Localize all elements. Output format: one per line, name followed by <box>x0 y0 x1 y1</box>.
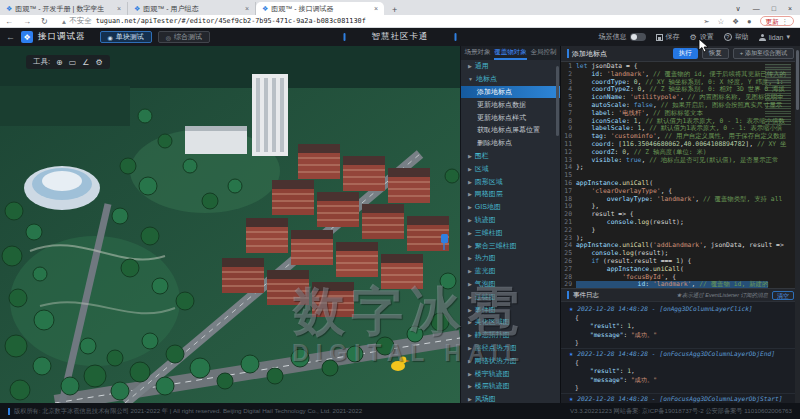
scene-info-switch[interactable] <box>630 33 646 41</box>
add-to-combined-test-button[interactable]: + 添加至综合测试 <box>733 48 794 59</box>
tree-group-item[interactable]: ▶美化区域图 <box>461 316 560 329</box>
tree-child-item[interactable]: 获取地标点屏幕位置 <box>461 124 560 137</box>
more-menu-icon[interactable]: ⋮ <box>782 17 789 26</box>
tree-arrow-icon[interactable]: ▶ <box>468 63 472 69</box>
tree-group-item[interactable]: ▶网格状热力图 <box>461 354 560 367</box>
tree-group-item[interactable]: ▶三维柱图 <box>461 226 560 239</box>
3d-viewport[interactable]: 工具: ⊕ ▭ ∠ ⚙ <box>0 46 460 403</box>
app-back-icon[interactable]: ← <box>0 32 21 42</box>
share-icon[interactable]: ➣ <box>703 17 709 26</box>
browser-tab[interactable]: ❖图观™ - 接口调试器× <box>256 2 384 15</box>
tree-arrow-icon[interactable]: ▶ <box>468 204 472 210</box>
tree-group-item[interactable]: ▶GIS地图 <box>461 201 560 214</box>
combined-test-button[interactable]: ◎ 综合测试 <box>158 31 210 43</box>
browser-menu-icon[interactable]: ∨ <box>736 5 741 13</box>
tree-group-item[interactable]: ▶静态拓扑图 <box>461 329 560 342</box>
tree-arrow-icon[interactable]: ▶ <box>468 179 472 185</box>
tree-arrow-icon[interactable]: ▶ <box>468 255 472 261</box>
url-text[interactable]: tuguan.net/apiTester/#/editor/45ef9cb2-7… <box>96 17 366 25</box>
event-entry-header[interactable]: ★2022-12-28 14:48:28 - [onFocusAgg3DColu… <box>561 349 800 359</box>
code-line[interactable]: 14}; <box>561 164 800 172</box>
minimize-icon[interactable]: — <box>753 5 760 12</box>
maximize-icon[interactable]: □ <box>772 5 776 12</box>
new-tab-button[interactable]: + <box>384 5 405 15</box>
angle-measure-icon[interactable]: ∠ <box>82 58 89 67</box>
tree-group-item[interactable]: ▶网格图层 <box>461 188 560 201</box>
extensions-icon[interactable]: ❖ <box>732 17 739 26</box>
event-log-list[interactable]: ★2022-12-28 14:48:28 - [onAgg3DColumnLay… <box>561 302 800 403</box>
tree-group-item[interactable]: ▶楼宇轨迹图 <box>461 367 560 380</box>
event-entry-header[interactable]: ★2022-12-28 14:48:28 - [onAgg3DColumnLay… <box>561 304 800 314</box>
tree-group-item[interactable]: ▶圆形区域 <box>461 175 560 188</box>
tree-group-item[interactable]: ▶迁徙图 <box>461 290 560 303</box>
tree-group-item[interactable]: ▶围栏 <box>461 150 560 163</box>
tree-arrow-icon[interactable]: ▶ <box>468 332 472 338</box>
sidebar-scrollbar[interactable] <box>556 66 559 136</box>
tree-group-item[interactable]: ▶蓝光图 <box>461 265 560 278</box>
panel-resize-handle[interactable] <box>460 218 461 240</box>
tree-arrow-icon[interactable]: ▶ <box>468 166 472 172</box>
browser-tab[interactable]: ❖图观™ - 开发手册 | 数字孪生× <box>0 2 128 15</box>
tree-group-item[interactable]: ▶事件图 <box>461 303 560 316</box>
bookmark-star-icon[interactable]: ☆ <box>718 17 725 26</box>
tab-close-icon[interactable]: × <box>245 5 249 12</box>
code-tab[interactable]: 添加地标点 <box>561 46 613 62</box>
forward-icon[interactable]: → <box>18 17 36 26</box>
settings-button[interactable]: ⚙ 设置 <box>690 32 714 42</box>
tree-arrow-icon[interactable]: ▶ <box>468 371 472 377</box>
tree-arrow-icon[interactable]: ▶ <box>468 319 472 325</box>
tree-arrow-icon[interactable]: ▶ <box>468 396 472 402</box>
single-test-button[interactable]: ◉ 单块测试 <box>100 31 152 43</box>
tree-child-item[interactable]: 更新地标点数据 <box>461 98 560 111</box>
tree-arrow-icon[interactable]: ▶ <box>468 281 472 287</box>
user-menu[interactable]: lidan ▾ <box>759 33 790 41</box>
tree-child-item[interactable]: 更新地标点样式 <box>461 111 560 124</box>
reset-button[interactable]: 恢复 <box>702 48 729 59</box>
clear-log-button[interactable]: 清空 <box>772 291 794 300</box>
tree-arrow-icon[interactable]: ▶ <box>468 294 472 300</box>
tab-close-icon[interactable]: × <box>117 5 121 12</box>
scene-info-toggle[interactable]: 场景信息 <box>599 32 646 42</box>
tree-arrow-icon[interactable]: ▼ <box>468 76 473 82</box>
tree-group-item[interactable]: ▶热力图 <box>461 252 560 265</box>
tree-arrow-icon[interactable]: ▶ <box>468 358 472 364</box>
code-line[interactable]: 29 id: 'landmark', // 覆盖物 id, 新建的 <box>561 281 800 288</box>
reload-icon[interactable]: ↻ <box>36 17 53 26</box>
close-icon[interactable]: × <box>788 5 792 12</box>
code-editor[interactable]: 1let jsonData = {2 id: 'landmark', // 覆盖… <box>561 62 800 288</box>
tree-arrow-icon[interactable]: ▶ <box>468 153 472 159</box>
tree-arrow-icon[interactable]: ▶ <box>468 243 472 249</box>
tree-group-item[interactable]: ▶轨迹图 <box>461 214 560 227</box>
tree-group-item[interactable]: ▶风场图 <box>461 393 560 403</box>
tree-child-item[interactable]: 删除地标点 <box>461 137 560 150</box>
tree-group-item[interactable]: ▶聚合三维柱图 <box>461 239 560 252</box>
tab-close-icon[interactable]: × <box>374 5 378 12</box>
fit-view-icon[interactable]: ▭ <box>69 58 77 67</box>
event-entry-header[interactable]: ★2022-12-28 14:48:28 - [onFocusAgg3DColu… <box>561 394 800 403</box>
editor-minimap[interactable] <box>765 64 791 126</box>
tree-child-item[interactable]: 添加地标点 <box>461 86 560 99</box>
tool-settings-icon[interactable]: ⚙ <box>96 58 103 67</box>
tree-arrow-icon[interactable]: ▶ <box>468 345 472 351</box>
tree-group-item[interactable]: ▶通用 <box>461 60 560 73</box>
security-label[interactable]: 不安全 <box>69 16 92 26</box>
tree-arrow-icon[interactable]: ▶ <box>468 268 472 274</box>
tree-group-item[interactable]: ▼地标点 <box>461 73 560 86</box>
tree-arrow-icon[interactable]: ▶ <box>468 230 472 236</box>
sidebar-tab-覆盖物对象[interactable]: 覆盖物对象 <box>494 46 527 60</box>
profile-avatar[interactable]: ● <box>747 17 752 26</box>
locate-icon[interactable]: ⊕ <box>56 58 63 67</box>
tree-arrow-icon[interactable]: ▶ <box>468 217 472 223</box>
tree-group-item[interactable]: ▶区域 <box>461 162 560 175</box>
save-button[interactable]: 保存 <box>656 32 680 42</box>
tree-group-item[interactable]: ▶楼层轨迹图 <box>461 380 560 393</box>
tree-arrow-icon[interactable]: ▶ <box>468 307 472 313</box>
tree-group-item[interactable]: ▶路径点热力图 <box>461 342 560 355</box>
tree-arrow-icon[interactable]: ▶ <box>468 191 472 197</box>
sidebar-tab-场景对象[interactable]: 场景对象 <box>461 46 494 60</box>
tree-group-item[interactable]: ▶气泡图 <box>461 278 560 291</box>
help-button[interactable]: ? 帮助 <box>724 32 749 42</box>
page-scrollbar[interactable] <box>795 46 800 403</box>
back-icon[interactable]: ← <box>0 17 18 26</box>
run-button[interactable]: 执行 <box>673 48 698 59</box>
